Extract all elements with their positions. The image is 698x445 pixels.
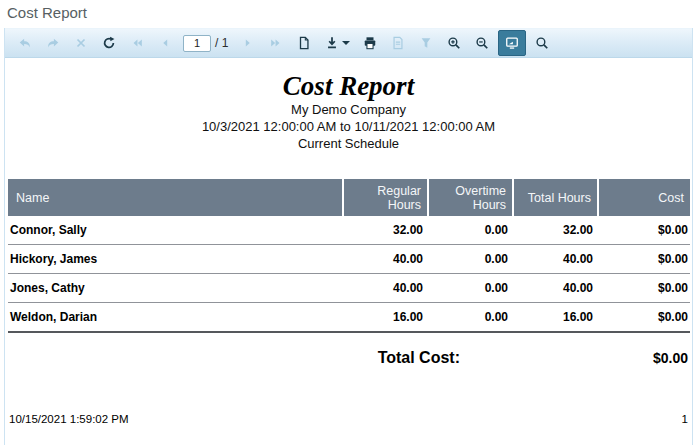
cell-total: 32.00 <box>512 223 597 237</box>
table-row: Weldon, Darian16.000.0016.00$0.00 <box>8 303 690 333</box>
table-row: Hickory, James40.000.0040.00$0.00 <box>8 245 690 274</box>
cell-name: Weldon, Darian <box>8 310 342 324</box>
filter-button <box>414 30 438 56</box>
cell-name: Hickory, James <box>8 252 342 266</box>
page-number-input[interactable] <box>183 35 211 52</box>
zoom-out-button[interactable] <box>470 30 494 56</box>
prev-page-icon <box>158 36 172 50</box>
cell-regular: 40.00 <box>342 252 427 266</box>
printer-icon <box>363 36 377 50</box>
report-date-range: 10/3/2021 12:00:00 AM to 10/11/2021 12:0… <box>5 118 692 135</box>
cell-total: 40.00 <box>512 252 597 266</box>
cell-name: Connor, Sally <box>8 223 342 237</box>
table-row: Jones, Cathy40.000.0040.00$0.00 <box>8 274 690 303</box>
print-button[interactable] <box>358 30 382 56</box>
print-preview-button <box>386 30 410 56</box>
last-page-button <box>264 30 288 56</box>
column-header: Regular Hours <box>342 179 427 216</box>
first-page-icon <box>130 36 144 50</box>
page-title: Cost Report <box>7 4 87 21</box>
cell-cost: $0.00 <box>597 252 690 266</box>
refresh-button[interactable] <box>97 30 121 56</box>
table-row: Connor, Sally32.000.0032.00$0.00 <box>8 216 690 245</box>
page-icon <box>297 36 311 50</box>
column-header: Cost <box>597 179 690 216</box>
cell-overtime: 0.00 <box>427 310 512 324</box>
previous-page-button <box>153 30 177 56</box>
page-count-label: / 1 <box>215 36 228 50</box>
cancel-button <box>69 30 93 56</box>
report-company: My Demo Company <box>5 101 692 118</box>
report-page: Cost Report My Demo Company 10/3/2021 12… <box>5 58 692 425</box>
table-body: Connor, Sally32.000.0032.00$0.00Hickory,… <box>8 216 690 333</box>
zoom-in-button[interactable] <box>442 30 466 56</box>
zoom-out-icon <box>475 36 489 50</box>
cancel-icon <box>74 36 88 50</box>
search-icon <box>535 36 549 50</box>
cell-regular: 40.00 <box>342 281 427 295</box>
total-row: Total Cost: $0.00 <box>8 349 690 367</box>
fit-to-window-button[interactable] <box>498 30 526 56</box>
cell-regular: 32.00 <box>342 223 427 237</box>
column-header: Name <box>8 179 342 216</box>
first-page-button <box>125 30 149 56</box>
report-footer: 10/15/2021 1:59:02 PM 1 <box>9 413 688 425</box>
cell-overtime: 0.00 <box>427 252 512 266</box>
report-schedule: Current Schedule <box>5 135 692 152</box>
column-header: Total Hours <box>512 179 597 216</box>
cell-total: 40.00 <box>512 281 597 295</box>
cell-regular: 16.00 <box>342 310 427 324</box>
forward-arrow-icon <box>46 36 60 50</box>
back-arrow-icon <box>18 36 32 50</box>
cell-overtime: 0.00 <box>427 223 512 237</box>
dropdown-caret-icon <box>342 41 350 45</box>
cell-name: Jones, Cathy <box>8 281 342 295</box>
monitor-icon <box>505 36 519 50</box>
cell-cost: $0.00 <box>597 310 690 324</box>
download-icon <box>325 36 339 50</box>
generated-timestamp: 10/15/2021 1:59:02 PM <box>9 413 129 425</box>
cell-cost: $0.00 <box>597 281 690 295</box>
export-button[interactable] <box>320 30 354 56</box>
last-page-icon <box>269 36 283 50</box>
search-button[interactable] <box>530 30 554 56</box>
page-setup-button[interactable] <box>292 30 316 56</box>
report-title: Cost Report <box>5 71 692 101</box>
report-viewer: / 1 Cost Report My Demo Company 10/3/202… <box>4 28 693 445</box>
navigate-forward-button <box>41 30 65 56</box>
column-header: Overtime Hours <box>427 179 512 216</box>
cell-cost: $0.00 <box>597 223 690 237</box>
table-header-row: NameRegular HoursOvertime HoursTotal Hou… <box>8 179 690 216</box>
cost-table: NameRegular HoursOvertime HoursTotal Hou… <box>8 179 690 333</box>
funnel-icon <box>419 36 433 50</box>
zoom-in-icon <box>447 36 461 50</box>
total-cost-label: Total Cost: <box>8 349 460 367</box>
navigate-back-button <box>13 30 37 56</box>
next-page-button <box>236 30 260 56</box>
page-number-footer: 1 <box>682 413 688 425</box>
next-page-icon <box>241 36 255 50</box>
total-cost-value: $0.00 <box>460 350 690 366</box>
refresh-icon <box>102 36 116 50</box>
cell-total: 16.00 <box>512 310 597 324</box>
cell-overtime: 0.00 <box>427 281 512 295</box>
document-preview-icon <box>391 36 405 50</box>
viewer-toolbar: / 1 <box>5 28 692 58</box>
